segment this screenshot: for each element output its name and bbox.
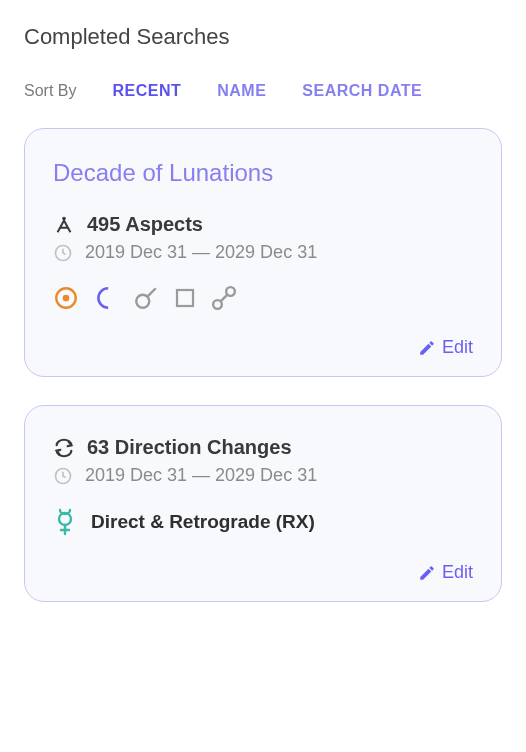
conjunction-icon [133,285,159,311]
edit-label: Edit [442,562,473,583]
pencil-icon [418,564,436,582]
card-footer: Edit [53,562,473,583]
date-line: 2019 Dec 31 — 2029 Dec 31 [53,465,473,486]
clock-icon [53,243,73,263]
page-title: Completed Searches [24,24,502,50]
opposition-icon [211,285,237,311]
sort-option-recent[interactable]: RECENT [112,82,181,100]
pencil-icon [418,339,436,357]
date-line: 2019 Dec 31 — 2029 Dec 31 [53,242,473,263]
sort-label: Sort By [24,82,76,100]
result-line: 63 Direction Changes [53,436,473,459]
card-footer: Edit [53,337,473,358]
svg-point-3 [64,296,68,300]
date-range: 2019 Dec 31 — 2029 Dec 31 [85,465,317,486]
sort-option-search-date[interactable]: SEARCH DATE [302,82,422,100]
edit-button[interactable]: Edit [418,337,473,358]
sort-bar: Sort By RECENT NAME SEARCH DATE [24,82,502,100]
result-count: 63 Direction Changes [87,436,292,459]
sun-icon [53,285,79,311]
detail-text: Direct & Retrograde (RX) [91,511,315,533]
search-card[interactable]: 63 Direction Changes 2019 Dec 31 — 2029 … [24,405,502,602]
edit-button[interactable]: Edit [418,562,473,583]
clock-icon [53,466,73,486]
card-title: Decade of Lunations [53,159,473,187]
svg-point-7 [226,287,235,296]
edit-label: Edit [442,337,473,358]
svg-point-0 [62,216,66,220]
cycle-icon [53,437,75,459]
glyph-row [53,285,473,311]
moon-icon [93,285,119,311]
result-count: 495 Aspects [87,213,203,236]
detail-line: Direct & Retrograde (RX) [53,508,473,536]
sort-option-name[interactable]: NAME [217,82,266,100]
result-line: 495 Aspects [53,213,473,236]
search-card[interactable]: Decade of Lunations 495 Aspects 2019 Dec… [24,128,502,377]
mercury-icon [53,508,77,536]
svg-point-4 [136,295,149,308]
compass-icon [53,214,75,236]
svg-point-6 [213,300,222,309]
svg-rect-5 [177,290,193,306]
date-range: 2019 Dec 31 — 2029 Dec 31 [85,242,317,263]
square-icon [173,286,197,310]
